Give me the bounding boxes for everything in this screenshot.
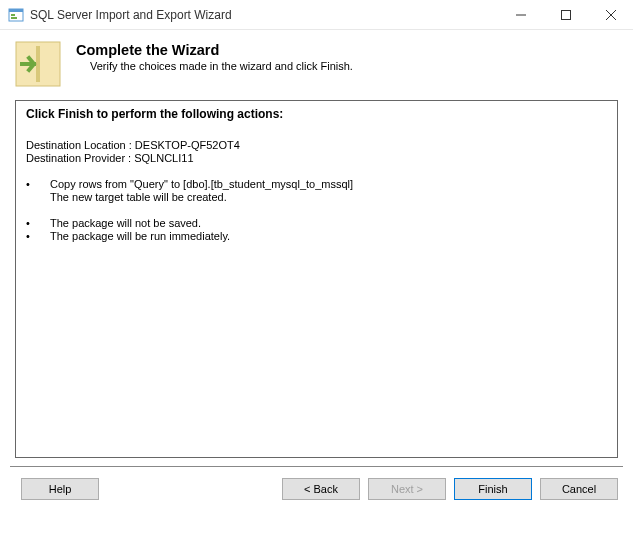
svg-rect-1 <box>9 9 23 12</box>
bullet-icon: • <box>26 230 50 242</box>
page-subtitle: Verify the choices made in the wizard an… <box>76 60 619 72</box>
close-button[interactable] <box>588 0 633 29</box>
titlebar[interactable]: SQL Server Import and Export Wizard <box>0 0 633 30</box>
window-controls <box>498 0 633 29</box>
svg-rect-5 <box>561 10 570 19</box>
destination-provider: Destination Provider : SQLNCLI11 <box>26 152 607 164</box>
bullet-icon: • <box>26 217 50 229</box>
separator <box>10 466 623 468</box>
help-button[interactable]: Help <box>21 478 99 500</box>
list-item: • The package will not be saved. <box>26 217 607 229</box>
page-title: Complete the Wizard <box>76 42 619 58</box>
action-run-immediately: The package will be run immediately. <box>50 230 230 242</box>
header-text: Complete the Wizard Verify the choices m… <box>76 40 619 72</box>
svg-rect-3 <box>11 17 17 19</box>
wizard-header: Complete the Wizard Verify the choices m… <box>0 30 633 100</box>
action-copy-rows: Copy rows from "Query" to [dbo].[tb_stud… <box>50 178 353 190</box>
action-group-package: • The package will not be saved. • The p… <box>26 217 607 242</box>
button-bar: Help < Back Next > Finish Cancel <box>0 478 633 508</box>
svg-rect-2 <box>11 14 15 16</box>
back-button[interactable]: < Back <box>282 478 360 500</box>
summary-heading: Click Finish to perform the following ac… <box>26 107 607 121</box>
app-icon <box>8 7 24 23</box>
list-item: • The package will be run immediately. <box>26 230 607 242</box>
list-item: • Copy rows from "Query" to [dbo].[tb_st… <box>26 178 607 190</box>
cancel-button[interactable]: Cancel <box>540 478 618 500</box>
action-group-copy: • Copy rows from "Query" to [dbo].[tb_st… <box>26 178 607 203</box>
wizard-icon <box>14 40 62 88</box>
minimize-button[interactable] <box>498 0 543 29</box>
maximize-button[interactable] <box>543 0 588 29</box>
action-new-table: The new target table will be created. <box>26 191 607 203</box>
window-title: SQL Server Import and Export Wizard <box>30 8 498 22</box>
action-not-saved: The package will not be saved. <box>50 217 201 229</box>
destination-info: Destination Location : DESKTOP-QF52OT4 D… <box>26 139 607 164</box>
finish-button[interactable]: Finish <box>454 478 532 500</box>
bullet-icon: • <box>26 178 50 190</box>
summary-panel: Click Finish to perform the following ac… <box>15 100 618 458</box>
next-button: Next > <box>368 478 446 500</box>
destination-location: Destination Location : DESKTOP-QF52OT4 <box>26 139 607 151</box>
